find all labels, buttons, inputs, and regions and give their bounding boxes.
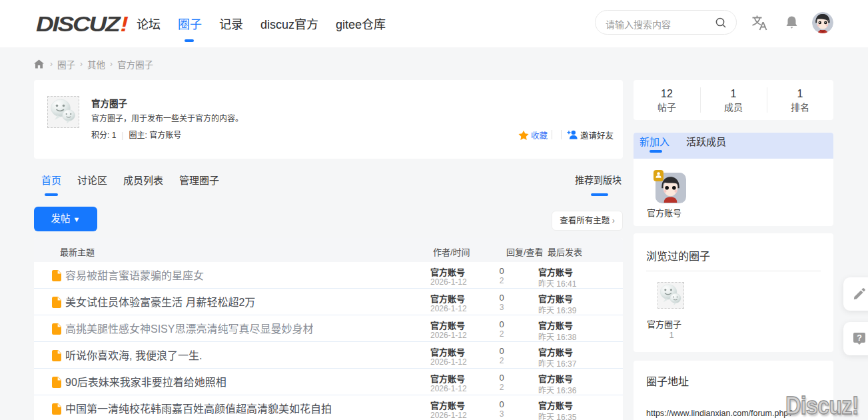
svg-text:?: ? [857,333,862,343]
